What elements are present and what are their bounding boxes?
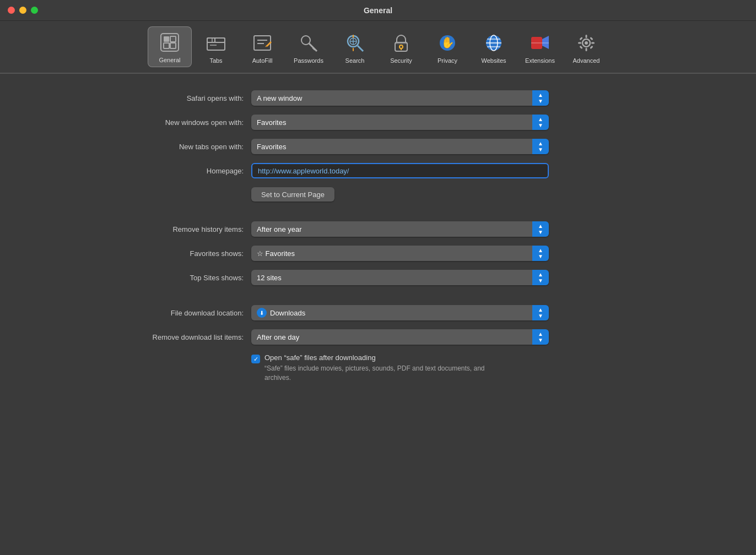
svg-point-40	[585, 41, 588, 45]
remove-download-arrows-icon: ▲▼	[538, 331, 543, 343]
svg-rect-46	[590, 46, 593, 49]
toolbar-item-advanced[interactable]: Advanced	[564, 28, 608, 67]
new-tabs-label: New tabs open with:	[97, 143, 251, 151]
top-sites-label: Top Sites shows:	[97, 274, 251, 282]
toolbar-security-label: Security	[390, 57, 412, 64]
svg-line-20	[358, 46, 363, 51]
file-download-value: ⬇Downloads	[251, 305, 532, 320]
autofill-icon	[250, 31, 274, 55]
svg-rect-44	[591, 42, 595, 44]
tabs-icon	[204, 31, 228, 55]
open-safe-files-checkbox[interactable]: ✓	[251, 355, 260, 363]
toolbar-search-label: Search	[345, 57, 365, 64]
top-sites-dropdown[interactable]: 12 sites ▲▼	[251, 270, 549, 285]
remove-download-value: After one day	[251, 329, 532, 345]
svg-point-27	[399, 45, 403, 48]
favorites-shows-label: Favorites shows:	[97, 249, 251, 258]
window-controls	[8, 7, 38, 14]
top-sites-arrow[interactable]: ▲▼	[532, 270, 549, 285]
svg-rect-48	[590, 37, 593, 40]
svg-rect-7	[215, 38, 225, 42]
new-windows-dropdown[interactable]: Favorites ▲▼	[251, 115, 549, 130]
open-safe-files-label: Open “safe” files after downloading	[264, 353, 485, 362]
main-content: Safari opens with: A new window ▲▼ New w…	[75, 74, 681, 401]
toolbar-item-security[interactable]: Security	[379, 28, 423, 67]
svg-point-15	[301, 36, 310, 45]
safari-opens-value: A new window	[251, 90, 532, 106]
safari-opens-arrows-icon: ▲▼	[538, 92, 543, 104]
toolbar-tabs-label: Tabs	[209, 57, 222, 64]
checkbox-check-icon: ✓	[253, 356, 258, 362]
toolbar-item-autofill[interactable]: AutoFill	[240, 28, 284, 67]
favorites-shows-row: Favorites shows: ☆ Favorites ▲▼	[97, 246, 659, 261]
svg-rect-23	[353, 35, 354, 38]
toolbar-advanced-label: Advanced	[573, 57, 600, 64]
safari-opens-label: Safari opens with:	[97, 94, 251, 102]
top-sites-arrows-icon: ▲▼	[538, 272, 543, 284]
new-windows-value: Favorites	[251, 115, 532, 130]
passwords-icon	[296, 31, 321, 55]
toolbar-websites-label: Websites	[481, 57, 506, 64]
safari-opens-row: Safari opens with: A new window ▲▼	[97, 90, 659, 106]
new-tabs-arrow[interactable]: ▲▼	[532, 139, 549, 154]
top-sites-row: Top Sites shows: 12 sites ▲▼	[97, 270, 659, 285]
window-title: General	[364, 6, 392, 15]
new-windows-label: New windows open with:	[97, 118, 251, 127]
new-tabs-arrows-icon: ▲▼	[538, 141, 543, 153]
favorites-shows-dropdown[interactable]: ☆ Favorites ▲▼	[251, 246, 549, 261]
toolbar-item-privacy[interactable]: ✋ Privacy	[425, 28, 469, 67]
toolbar-privacy-label: Privacy	[438, 57, 457, 64]
toolbar: General Tabs AutoFill	[0, 21, 756, 73]
toolbar-item-tabs[interactable]: Tabs	[194, 28, 238, 67]
new-windows-arrow[interactable]: ▲▼	[532, 115, 549, 130]
favorites-shows-arrow[interactable]: ▲▼	[532, 246, 549, 261]
svg-rect-6	[207, 38, 215, 42]
file-download-row: File download location: ⬇Downloads ▲▼	[97, 305, 659, 320]
remove-history-dropdown[interactable]: After one year ▲▼	[251, 221, 549, 237]
new-tabs-value: Favorites	[251, 139, 532, 154]
toolbar-passwords-label: Passwords	[294, 57, 323, 64]
extensions-icon	[528, 31, 552, 55]
set-current-page-button[interactable]: Set to Current Page	[251, 187, 334, 202]
safari-opens-dropdown[interactable]: A new window ▲▼	[251, 90, 549, 106]
toolbar-general-label: General	[159, 57, 180, 63]
close-button[interactable]	[8, 7, 15, 14]
toolbar-item-search[interactable]: Search	[333, 28, 377, 67]
svg-rect-5	[207, 38, 225, 50]
remove-download-arrow[interactable]: ▲▼	[532, 329, 549, 345]
remove-download-row: Remove download list items: After one da…	[97, 329, 659, 345]
spacer-1	[97, 210, 659, 221]
remove-history-arrow[interactable]: ▲▼	[532, 221, 549, 237]
toolbar-autofill-label: AutoFill	[252, 57, 273, 64]
search-icon	[343, 31, 367, 55]
svg-rect-1	[164, 36, 169, 42]
file-download-dropdown[interactable]: ⬇Downloads ▲▼	[251, 305, 549, 320]
minimize-button[interactable]	[19, 7, 26, 14]
toolbar-extensions-label: Extensions	[525, 57, 555, 64]
homepage-label: Homepage:	[97, 167, 251, 175]
toolbar-item-general[interactable]: General	[148, 26, 192, 67]
open-safe-files-text-block: Open “safe” files after downloading “Saf…	[264, 353, 485, 383]
toolbar-item-passwords[interactable]: Passwords	[287, 28, 331, 67]
toolbar-item-websites[interactable]: Websites	[472, 28, 516, 67]
remove-history-arrows-icon: ▲▼	[538, 224, 543, 235]
new-windows-arrows-icon: ▲▼	[538, 117, 543, 128]
new-tabs-dropdown[interactable]: Favorites ▲▼	[251, 139, 549, 154]
file-download-arrow[interactable]: ▲▼	[532, 305, 549, 320]
svg-line-16	[309, 43, 317, 51]
title-bar: General	[0, 0, 756, 21]
favorites-shows-arrows-icon: ▲▼	[538, 248, 543, 259]
toolbar-item-extensions[interactable]: Extensions	[518, 28, 562, 67]
homepage-input[interactable]	[251, 163, 549, 178]
maximize-button[interactable]	[31, 7, 38, 14]
homepage-row: Homepage:	[97, 163, 659, 178]
security-icon	[389, 31, 413, 55]
remove-download-label: Remove download list items:	[97, 333, 251, 341]
safari-opens-arrow[interactable]: ▲▼	[532, 90, 549, 106]
remove-history-value: After one year	[251, 221, 532, 237]
new-windows-row: New windows open with: Favorites ▲▼	[97, 115, 659, 130]
svg-rect-45	[579, 37, 582, 40]
advanced-icon	[574, 31, 598, 55]
remove-download-dropdown[interactable]: After one day ▲▼	[251, 329, 549, 345]
svg-rect-41	[586, 35, 587, 38]
